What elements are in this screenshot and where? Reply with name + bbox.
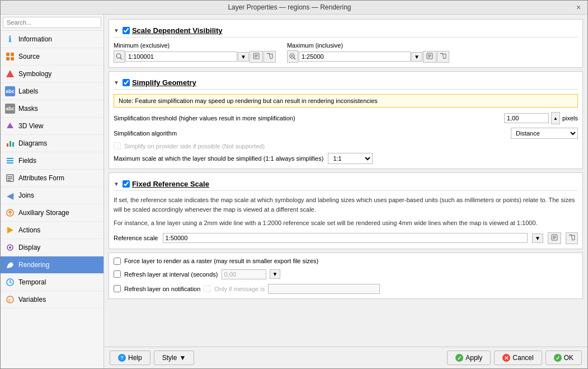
sidebar-item-auxiliary-storage[interactable]: Auxiliary Storage bbox=[1, 204, 104, 222]
sidebar-item-rendering[interactable]: Rendering bbox=[1, 256, 104, 274]
provider-side-row: Simplify on provider side if possible (N… bbox=[114, 142, 578, 150]
content-area: ▼ Scale Dependent Visibility Minimum (ex… bbox=[104, 15, 587, 368]
sidebar-label: Masks bbox=[18, 105, 38, 113]
ref-scale-input[interactable] bbox=[163, 233, 528, 243]
simplify-note: Note: Feature simplification may speed u… bbox=[114, 94, 578, 108]
notification-checkbox[interactable] bbox=[114, 285, 121, 292]
ok-icon: ✓ bbox=[554, 354, 562, 362]
ref-scale-extra-btn[interactable] bbox=[548, 232, 561, 244]
algorithm-select[interactable]: Distance SnapToGrid Visvalingam bbox=[511, 128, 578, 139]
min-scale-icon bbox=[114, 50, 125, 63]
style-label: Style bbox=[162, 354, 177, 362]
min-scale-map-btn[interactable] bbox=[264, 51, 276, 63]
main-area: ℹ Information Source Symbology abc bbox=[1, 15, 587, 368]
ref-scale-dropdown-btn[interactable]: ▼ bbox=[532, 233, 543, 243]
attributes-form-icon bbox=[5, 173, 15, 183]
fields-icon bbox=[5, 156, 15, 166]
svg-point-19 bbox=[9, 246, 11, 249]
scale-dependent-checkbox[interactable] bbox=[123, 27, 130, 34]
window-title: Layer Properties — regions — Rendering bbox=[5, 3, 574, 11]
max-scale-dropdown-btn[interactable]: ▼ bbox=[411, 52, 422, 62]
sidebar-label: Labels bbox=[18, 87, 38, 95]
sidebar-label: Display bbox=[18, 244, 40, 251]
simplify-collapse-arrow[interactable]: ▼ bbox=[114, 80, 119, 86]
collapse-arrow[interactable]: ▼ bbox=[114, 27, 119, 34]
footer-right: ✓ Apply ✕ Cancel ✓ OK bbox=[447, 351, 582, 365]
sidebar-item-3dview[interactable]: 3D View bbox=[1, 118, 104, 135]
fixed-reference-section: ▼ Fixed Reference Scale If set, the refe… bbox=[109, 172, 583, 249]
search-input[interactable] bbox=[3, 17, 101, 28]
sidebar-item-attributes-form[interactable]: Attributes Form bbox=[1, 170, 104, 187]
close-button[interactable]: × bbox=[574, 3, 583, 12]
labels-icon: abc bbox=[5, 86, 15, 96]
svg-rect-8 bbox=[12, 142, 14, 147]
sidebar-item-symbology[interactable]: Symbology bbox=[1, 66, 104, 83]
auxiliary-storage-icon bbox=[5, 208, 15, 218]
sidebar-label: Joins bbox=[18, 191, 34, 199]
variables-icon: ε bbox=[5, 295, 15, 305]
min-scale-dropdown-btn[interactable]: ▼ bbox=[238, 52, 249, 62]
svg-rect-0 bbox=[6, 53, 10, 56]
fixed-ref-info1: If set, the reference scale indicates th… bbox=[114, 195, 578, 214]
max-scale-simplify-row: Maximum scale at which the layer should … bbox=[114, 153, 578, 164]
min-scale-extra-btn[interactable] bbox=[250, 51, 263, 63]
fixed-ref-collapse-arrow[interactable]: ▼ bbox=[114, 181, 119, 187]
sidebar-item-information[interactable]: ℹ Information bbox=[1, 31, 104, 48]
max-scale-extra-btn[interactable] bbox=[423, 51, 436, 63]
simplify-checkbox[interactable] bbox=[123, 79, 130, 86]
notification-input[interactable] bbox=[268, 284, 380, 294]
threshold-spin-up[interactable]: ▲ bbox=[551, 112, 560, 124]
fixed-ref-checkbox[interactable] bbox=[123, 180, 130, 188]
threshold-row: Simplification threshold (higher values … bbox=[114, 112, 578, 124]
svg-rect-10 bbox=[7, 160, 13, 161]
sidebar-item-diagrams[interactable]: Diagrams bbox=[1, 135, 104, 152]
apply-icon: ✓ bbox=[455, 354, 463, 362]
joins-icon: ◀ bbox=[5, 190, 15, 200]
scale-section-header: ▼ Scale Dependent Visibility bbox=[114, 24, 578, 38]
threshold-input[interactable] bbox=[504, 113, 549, 123]
cancel-button[interactable]: ✕ Cancel bbox=[494, 351, 542, 365]
style-button[interactable]: Style ▼ bbox=[154, 351, 195, 365]
sidebar-item-fields[interactable]: Fields bbox=[1, 152, 104, 170]
min-scale-group: Minimum (exclusive) ▼ bbox=[114, 42, 276, 63]
scale-dependent-section: ▼ Scale Dependent Visibility Minimum (ex… bbox=[109, 19, 583, 68]
sidebar-item-labels[interactable]: abc Labels bbox=[1, 83, 104, 100]
sidebar-item-variables[interactable]: ε Variables bbox=[1, 291, 104, 309]
interval-checkbox[interactable] bbox=[114, 270, 121, 278]
max-scale-label: Maximum (inclusive) bbox=[287, 42, 449, 49]
sidebar-item-actions[interactable]: Actions bbox=[1, 222, 104, 239]
ok-label: OK bbox=[564, 354, 573, 362]
sidebar: ℹ Information Source Symbology abc bbox=[1, 15, 104, 368]
svg-point-25 bbox=[116, 54, 121, 58]
help-label: Help bbox=[128, 354, 142, 362]
extra-options-section: Force layer to render as a raster (may r… bbox=[109, 253, 583, 299]
ok-button[interactable]: ✓ OK bbox=[545, 351, 582, 365]
interval-input[interactable] bbox=[222, 269, 266, 279]
raster-checkbox[interactable] bbox=[114, 258, 121, 265]
svg-rect-14 bbox=[8, 178, 12, 179]
sidebar-item-source[interactable]: Source bbox=[1, 48, 104, 66]
min-scale-input[interactable] bbox=[125, 52, 237, 62]
interval-dropdown-btn[interactable]: ▼ bbox=[270, 269, 281, 279]
sidebar-item-masks[interactable]: abc Masks bbox=[1, 100, 104, 118]
raster-label: Force layer to render as a raster (may r… bbox=[124, 258, 318, 264]
svg-rect-3 bbox=[11, 57, 14, 60]
svg-line-33 bbox=[294, 58, 295, 59]
max-scale-select[interactable]: 1:1 bbox=[328, 153, 373, 164]
footer-left: ? Help Style ▼ bbox=[110, 351, 194, 365]
max-scale-map-btn[interactable] bbox=[437, 51, 449, 63]
help-button[interactable]: ? Help bbox=[110, 351, 150, 365]
ref-scale-row: Reference scale ▼ bbox=[114, 232, 578, 244]
apply-button[interactable]: ✓ Apply bbox=[447, 351, 491, 365]
sidebar-item-temporal[interactable]: Temporal bbox=[1, 274, 104, 291]
max-scale-group: Maximum (inclusive) ▼ bbox=[287, 42, 449, 63]
sidebar-item-joins[interactable]: ◀ Joins bbox=[1, 187, 104, 204]
algorithm-row: Simplification algorithm Distance SnapTo… bbox=[114, 128, 578, 139]
threshold-unit: pixels bbox=[562, 115, 578, 122]
sidebar-item-display[interactable]: Display bbox=[1, 239, 104, 256]
provider-side-checkbox bbox=[114, 142, 121, 150]
simplify-section-title: Simplify Geometry bbox=[132, 78, 196, 87]
max-scale-input[interactable] bbox=[299, 52, 411, 62]
ref-scale-map-btn[interactable] bbox=[566, 232, 578, 244]
svg-marker-40 bbox=[440, 53, 446, 59]
